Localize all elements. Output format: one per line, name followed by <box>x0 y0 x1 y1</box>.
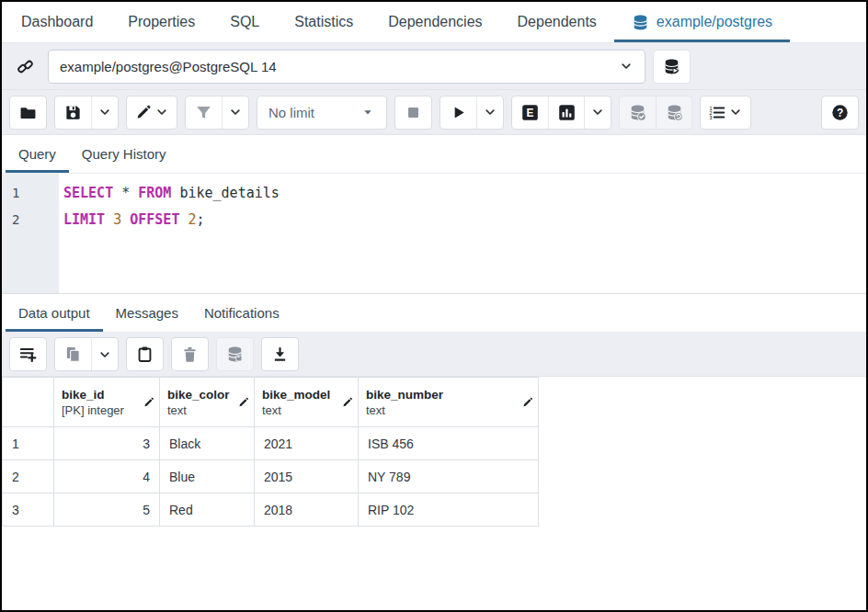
sql-token-plain <box>130 185 138 201</box>
macros-button[interactable]: 123 <box>701 96 750 129</box>
data-cell[interactable]: 2021 <box>255 427 359 460</box>
database-icon <box>663 58 680 75</box>
row-number-cell[interactable]: 3 <box>3 493 54 527</box>
column-type: text <box>167 403 246 417</box>
help-button[interactable]: ? <box>822 96 858 129</box>
copy-options-button[interactable] <box>91 338 118 370</box>
filter-options-button[interactable] <box>222 96 248 129</box>
row-limit-select[interactable]: No limit <box>257 96 387 130</box>
sql-token-number: 3 <box>113 211 121 228</box>
chevron-down-icon <box>154 105 169 119</box>
query-tab-bar: QueryQuery History <box>2 135 866 174</box>
data-cell[interactable]: ISB 456 <box>359 427 539 460</box>
line-number: 1 <box>2 180 59 207</box>
chevron-down-icon <box>590 105 605 119</box>
tab-dashboard[interactable]: Dashboard <box>4 2 110 42</box>
add-row-button[interactable] <box>10 338 46 370</box>
numbered-list-icon: 123 <box>708 104 725 121</box>
object-tab-bar: DashboardPropertiesSQLStatisticsDependen… <box>2 2 866 43</box>
save-data-db-icon <box>226 346 244 363</box>
sql-token-keyword: LIMIT <box>63 211 105 228</box>
connection-select[interactable]: example/postgres@PostgreSQL 14 <box>48 50 645 84</box>
sql-line: SELECT * FROM bike_details <box>63 180 866 207</box>
edit-button[interactable] <box>127 96 177 129</box>
tab-label: Statistics <box>294 14 353 30</box>
save-options-button[interactable] <box>91 96 118 129</box>
data-cell[interactable]: Red <box>160 493 255 527</box>
tab-label: example/postgres <box>657 14 772 30</box>
row-number-cell[interactable]: 1 <box>3 427 54 460</box>
explain-analyze-button[interactable] <box>548 96 584 129</box>
data-cell[interactable]: Black <box>160 427 255 460</box>
tab-statistics[interactable]: Statistics <box>277 2 371 42</box>
edit-pencil-icon[interactable] <box>341 396 353 408</box>
data-cell[interactable]: NY 789 <box>359 460 539 493</box>
edit-pencil-icon[interactable] <box>143 396 154 408</box>
connection-status-button[interactable] <box>9 50 40 84</box>
rollback-button[interactable] <box>656 96 691 129</box>
explain-options-button[interactable] <box>584 96 611 129</box>
tab-query-history[interactable]: Query History <box>69 135 179 173</box>
save-button[interactable] <box>55 96 91 129</box>
connection-value: example/postgres@PostgreSQL 14 <box>60 59 619 74</box>
explain-button[interactable]: E <box>512 96 548 129</box>
filter-button[interactable] <box>186 96 222 129</box>
svg-text:E: E <box>527 106 534 119</box>
tab-properties[interactable]: Properties <box>110 2 212 42</box>
cancel-query-button[interactable] <box>395 96 431 129</box>
sql-token-keyword: OFFSET <box>130 211 179 228</box>
svg-text:3: 3 <box>709 114 712 119</box>
execute-button[interactable] <box>440 96 476 129</box>
svg-text:?: ? <box>837 106 843 119</box>
data-cell[interactable]: 2018 <box>255 493 359 527</box>
save-icon <box>64 104 82 121</box>
data-cell[interactable]: 2015 <box>255 460 359 493</box>
data-cell[interactable]: 3 <box>54 427 160 460</box>
tab-data-output[interactable]: Data output <box>6 294 103 332</box>
column-header-bike-color[interactable]: bike_colortext <box>160 378 255 427</box>
explain-analyze-icon <box>558 104 576 121</box>
data-cell[interactable]: 5 <box>54 493 160 527</box>
caret-down-icon <box>360 105 375 119</box>
chevron-down-icon <box>483 105 497 119</box>
tab-dependencies[interactable]: Dependencies <box>371 2 499 42</box>
open-file-button[interactable] <box>10 96 46 129</box>
copy-button[interactable] <box>55 338 91 370</box>
paste-button[interactable] <box>127 338 163 370</box>
column-header-bike-model[interactable]: bike_modeltext <box>255 378 359 427</box>
download-button[interactable] <box>262 338 298 370</box>
subtab-label: Notifications <box>204 305 280 321</box>
line-number: 2 <box>2 207 59 233</box>
tab-sql[interactable]: SQL <box>212 2 277 42</box>
column-header-bike-id[interactable]: bike_id[PK] integer <box>54 378 160 427</box>
delete-rows-button[interactable] <box>172 338 208 370</box>
data-cell[interactable]: 4 <box>54 460 160 493</box>
grid-corner-header[interactable] <box>3 378 54 427</box>
new-connection-button[interactable] <box>653 50 691 84</box>
data-cell[interactable]: RIP 102 <box>359 493 539 527</box>
column-name: bike_number <box>366 388 531 402</box>
save-data-button[interactable] <box>217 338 253 370</box>
tab-example-postgres[interactable]: example/postgres <box>614 2 790 42</box>
sql-token-plain <box>121 211 130 228</box>
tab-messages[interactable]: Messages <box>103 294 191 332</box>
tab-query[interactable]: Query <box>6 135 69 173</box>
query-toolbar: No limitE123? <box>2 90 866 135</box>
line-number-gutter: 12 <box>2 174 59 293</box>
column-header-bike-number[interactable]: bike_numbertext <box>359 378 539 427</box>
sql-editor[interactable]: 12 SELECT * FROM bike_detailsLIMIT 3 OFF… <box>2 174 866 294</box>
edit-pencil-icon[interactable] <box>237 396 249 408</box>
data-cell[interactable]: Blue <box>160 460 255 493</box>
tab-label: Dashboard <box>21 14 93 30</box>
tab-dependents[interactable]: Dependents <box>500 2 614 42</box>
edit-pencil-icon <box>134 104 152 121</box>
row-number-cell[interactable]: 2 <box>3 460 54 493</box>
chevron-down-icon <box>228 105 243 119</box>
tab-notifications[interactable]: Notifications <box>191 294 292 332</box>
chevron-down-icon <box>619 59 634 74</box>
sql-token-number: 2 <box>188 211 196 228</box>
sql-token-plain: ; <box>197 211 205 228</box>
execute-options-button[interactable] <box>476 96 503 129</box>
edit-pencil-icon[interactable] <box>521 396 533 408</box>
commit-button[interactable] <box>620 96 656 129</box>
